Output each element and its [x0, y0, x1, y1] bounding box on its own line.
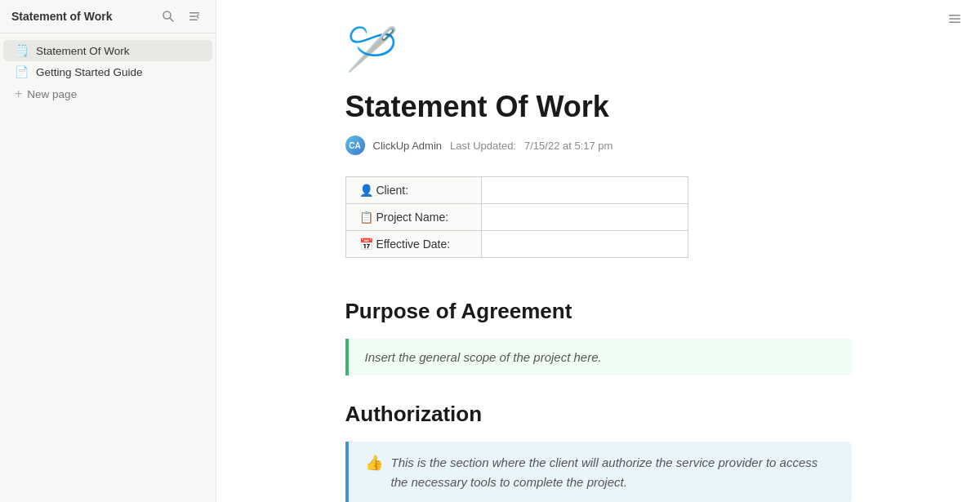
svg-line-1 — [171, 19, 174, 22]
sidebar-header: Statement of Work — [0, 0, 216, 33]
table-row-date: 📅 Effective Date: — [345, 231, 688, 258]
statement-of-work-icon: 🗒️ — [15, 44, 29, 57]
main-content: 🪡 Statement Of Work CA ClickUp Admin Las… — [216, 0, 980, 502]
svg-rect-5 — [949, 15, 960, 16]
main-toolbar — [942, 8, 967, 33]
doc-title: Statement Of Work — [345, 89, 852, 124]
sidebar-item-statement-of-work[interactable]: 🗒️ Statement Of Work — [3, 40, 212, 61]
new-page-button[interactable]: + New page — [3, 82, 212, 105]
info-table: 👤 Client: 📋 Project Name: 📅 Effective Da… — [345, 176, 688, 258]
toolbar-menu-button[interactable] — [942, 8, 967, 33]
table-row-project: 📋 Project Name: — [345, 204, 688, 231]
author-avatar: CA — [345, 135, 365, 155]
svg-rect-3 — [189, 16, 196, 17]
last-updated-label: Last Updated: — [450, 140, 516, 152]
last-updated-value: 7/15/22 at 5:17 pm — [524, 140, 612, 152]
authorization-callout: 👍 This is the section where the client w… — [345, 442, 852, 502]
sidebar-item-label: Statement Of Work — [36, 45, 130, 57]
search-button[interactable] — [158, 8, 178, 24]
sidebar-nav: 🗒️ Statement Of Work 📄 Getting Started G… — [0, 33, 216, 502]
author-name: ClickUp Admin — [373, 140, 443, 152]
table-row-client: 👤 Client: — [345, 177, 688, 204]
collapse-sidebar-button[interactable] — [185, 8, 204, 24]
date-label: 📅 Effective Date: — [345, 231, 481, 258]
client-label: 👤 Client: — [345, 177, 481, 204]
purpose-heading: Purpose of Agreement — [345, 299, 852, 324]
project-value[interactable] — [481, 204, 688, 231]
authorization-heading: Authorization — [345, 402, 852, 427]
authorization-emoji: 👍 — [365, 454, 383, 472]
authorization-callout-text: This is the section where the client wil… — [391, 453, 835, 492]
sidebar-item-label-getting-started: Getting Started Guide — [36, 66, 143, 78]
info-table-wrapper: ⠿ 👤 Client: 📋 Project Name: 📅 Effective … — [345, 176, 688, 287]
svg-point-0 — [163, 11, 171, 19]
date-value[interactable] — [481, 231, 688, 258]
new-page-label: New page — [27, 88, 77, 100]
sidebar-title: Statement of Work — [11, 10, 112, 23]
search-icon — [162, 10, 175, 23]
sidebar-item-getting-started-guide[interactable]: 📄 Getting Started Guide — [3, 61, 212, 82]
menu-lines-icon — [947, 11, 962, 26]
plus-icon: + — [15, 87, 22, 101]
client-value[interactable] — [481, 177, 688, 204]
doc-meta: CA ClickUp Admin Last Updated: 7/15/22 a… — [345, 135, 852, 155]
project-label: 📋 Project Name: — [345, 204, 481, 231]
purpose-callout: Insert the general scope of the project … — [345, 339, 852, 375]
svg-rect-4 — [189, 20, 198, 21]
sidebar: Statement of Work 🗒️ Statement Of W — [0, 0, 216, 502]
svg-rect-2 — [189, 12, 199, 14]
collapse-icon — [188, 10, 201, 23]
sidebar-header-icons — [158, 8, 204, 24]
doc-emoji: 🪡 — [345, 24, 852, 74]
getting-started-icon: 📄 — [15, 65, 29, 78]
svg-rect-7 — [949, 22, 960, 24]
document-content: 🪡 Statement Of Work CA ClickUp Admin Las… — [313, 0, 884, 502]
svg-rect-6 — [949, 18, 960, 20]
purpose-callout-text: Insert the general scope of the project … — [365, 350, 835, 364]
